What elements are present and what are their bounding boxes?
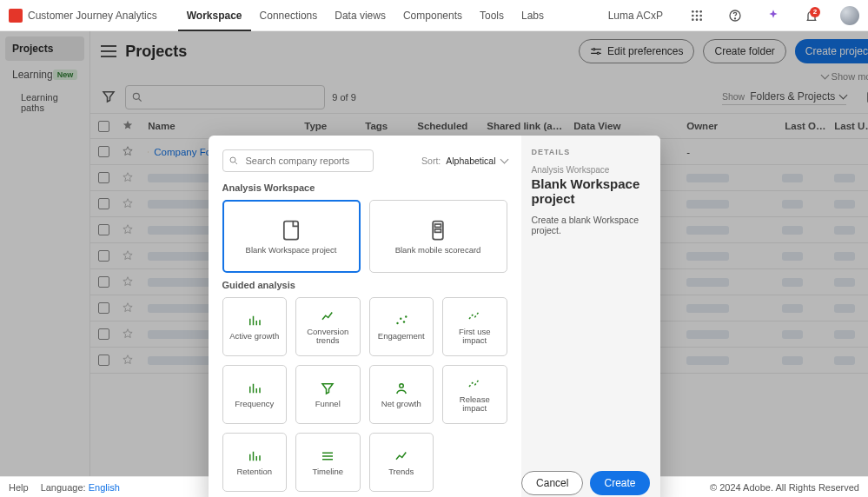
modal-details-pane: DETAILS Analysis Workspace Blank Workspa… [521,136,660,497]
cancel-button[interactable]: Cancel [521,471,583,495]
card-conversion-trends[interactable]: Conversion trends [295,297,361,356]
card-engagement[interactable]: Engagement [369,297,434,356]
modal-sort-select[interactable]: Sort: Alphabetical [421,149,507,172]
svg-point-8 [699,18,702,21]
svg-point-19 [230,157,235,162]
brand: Customer Journey Analytics [9,9,157,23]
help-icon[interactable] [724,4,746,27]
user-avatar[interactable] [838,4,861,27]
svg-point-7 [696,18,699,21]
product-name: Customer Journey Analytics [28,10,157,22]
chevron-down-icon [500,156,508,164]
svg-point-5 [699,14,702,17]
adobe-logo-icon [9,9,23,23]
apps-switcher-icon[interactable] [686,4,708,27]
card-first-use-impact[interactable]: First use impact [442,297,507,356]
card-net-growth[interactable]: Net growth [369,365,434,424]
notification-badge: 2 [810,7,820,17]
svg-point-24 [396,322,398,324]
svg-point-0 [692,10,694,13]
svg-point-26 [403,321,405,322]
create-project-modal: Sort: Alphabetical Analysis Workspace Bl… [209,136,660,497]
footer-copyright: © 2024 Adobe. All Rights Reserved [710,482,859,493]
details-description: Create a blank Workspace project. [532,215,650,235]
svg-point-27 [405,315,407,317]
modal-backdrop: Sort: Alphabetical Analysis Workspace Bl… [0,31,868,476]
details-subheading: Analysis Workspace [532,165,650,175]
card-trends[interactable]: Trends [369,433,434,492]
card-active-growth[interactable]: Active growth [222,297,288,356]
section-guided-analysis: Guided analysis [222,280,507,290]
tab-workspace[interactable]: Workspace [178,0,251,31]
card-retention[interactable]: Retention [222,433,288,492]
top-nav-tabs: Workspace Connections Data views Compone… [178,0,553,31]
details-title: Blank Workspace project [532,176,650,206]
app-top-bar: Customer Journey Analytics Workspace Con… [0,0,868,31]
search-icon [229,156,239,166]
footer-language-link[interactable]: English [89,482,120,493]
svg-point-4 [696,14,699,17]
svg-point-3 [692,14,694,17]
notification-bell-icon[interactable]: 2 [800,4,823,27]
details-eyebrow: DETAILS [532,148,650,156]
footer-help-link[interactable]: Help [9,482,29,493]
svg-point-25 [400,317,401,319]
modal-search-input[interactable] [244,155,368,167]
ai-assist-icon[interactable] [762,4,785,27]
card-funnel[interactable]: Funnel [295,365,361,424]
tab-connections[interactable]: Connections [251,0,327,31]
svg-point-10 [734,17,735,18]
mobile-icon [426,218,450,242]
tab-labs[interactable]: Labs [513,0,553,31]
svg-rect-22 [435,224,441,228]
section-analysis-workspace: Analysis Workspace [222,182,507,193]
svg-rect-23 [435,229,441,233]
card-release-impact[interactable]: Release impact [442,365,507,424]
modal-search[interactable] [222,149,374,172]
svg-point-6 [692,18,694,21]
svg-point-28 [400,384,404,388]
card-blank-workspace-project[interactable]: Blank Workspace project [222,200,361,273]
card-frequency[interactable]: Frequency [222,365,288,424]
document-icon [279,218,303,242]
footer-language: Language: English [41,482,120,493]
tab-tools[interactable]: Tools [471,0,513,31]
org-label: Luma ACxP [608,10,663,22]
svg-rect-20 [284,221,298,239]
card-timeline[interactable]: Timeline [295,433,361,492]
tab-data-views[interactable]: Data views [326,0,394,31]
tab-components[interactable]: Components [394,0,471,31]
svg-point-1 [696,10,699,13]
card-blank-mobile-scorecard[interactable]: Blank mobile scorecard [369,200,507,273]
svg-point-2 [699,10,702,13]
create-button[interactable]: Create [590,471,649,495]
